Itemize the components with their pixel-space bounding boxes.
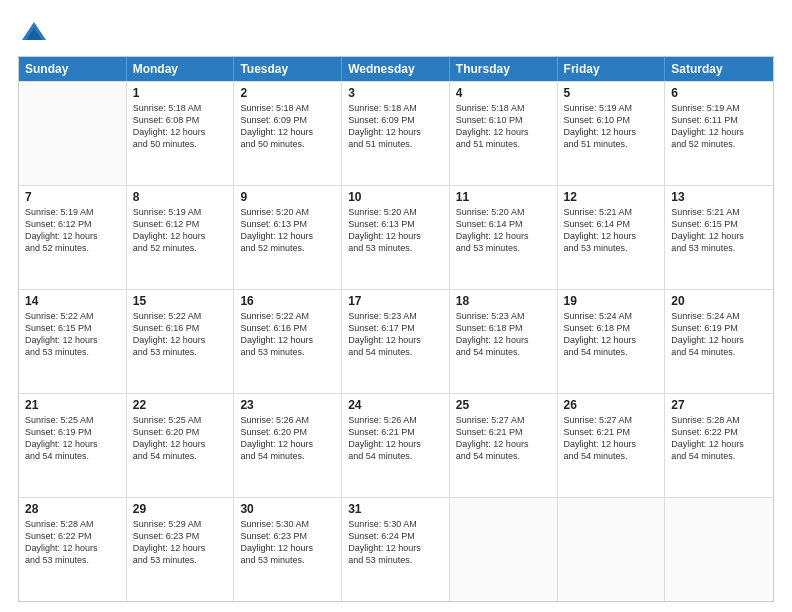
calendar-header-cell: Monday bbox=[127, 57, 235, 81]
cell-text: Sunrise: 5:24 AM Sunset: 6:19 PM Dayligh… bbox=[671, 311, 744, 357]
calendar-cell: 12Sunrise: 5:21 AM Sunset: 6:14 PM Dayli… bbox=[558, 186, 666, 289]
day-number: 20 bbox=[671, 294, 767, 308]
calendar-cell: 14Sunrise: 5:22 AM Sunset: 6:15 PM Dayli… bbox=[19, 290, 127, 393]
calendar-cell: 10Sunrise: 5:20 AM Sunset: 6:13 PM Dayli… bbox=[342, 186, 450, 289]
calendar-cell: 22Sunrise: 5:25 AM Sunset: 6:20 PM Dayli… bbox=[127, 394, 235, 497]
calendar-cell: 4Sunrise: 5:18 AM Sunset: 6:10 PM Daylig… bbox=[450, 82, 558, 185]
page: SundayMondayTuesdayWednesdayThursdayFrid… bbox=[0, 0, 792, 612]
calendar-cell: 2Sunrise: 5:18 AM Sunset: 6:09 PM Daylig… bbox=[234, 82, 342, 185]
day-number: 27 bbox=[671, 398, 767, 412]
cell-text: Sunrise: 5:29 AM Sunset: 6:23 PM Dayligh… bbox=[133, 519, 206, 565]
cell-text: Sunrise: 5:23 AM Sunset: 6:17 PM Dayligh… bbox=[348, 311, 421, 357]
day-number: 17 bbox=[348, 294, 443, 308]
day-number: 15 bbox=[133, 294, 228, 308]
calendar-cell: 17Sunrise: 5:23 AM Sunset: 6:17 PM Dayli… bbox=[342, 290, 450, 393]
cell-text: Sunrise: 5:28 AM Sunset: 6:22 PM Dayligh… bbox=[25, 519, 98, 565]
cell-text: Sunrise: 5:18 AM Sunset: 6:10 PM Dayligh… bbox=[456, 103, 529, 149]
calendar-cell: 8Sunrise: 5:19 AM Sunset: 6:12 PM Daylig… bbox=[127, 186, 235, 289]
cell-text: Sunrise: 5:22 AM Sunset: 6:15 PM Dayligh… bbox=[25, 311, 98, 357]
day-number: 4 bbox=[456, 86, 551, 100]
calendar-cell: 3Sunrise: 5:18 AM Sunset: 6:09 PM Daylig… bbox=[342, 82, 450, 185]
cell-text: Sunrise: 5:19 AM Sunset: 6:12 PM Dayligh… bbox=[133, 207, 206, 253]
day-number: 13 bbox=[671, 190, 767, 204]
cell-text: Sunrise: 5:25 AM Sunset: 6:19 PM Dayligh… bbox=[25, 415, 98, 461]
calendar-cell bbox=[19, 82, 127, 185]
header bbox=[18, 18, 774, 46]
day-number: 12 bbox=[564, 190, 659, 204]
calendar-row: 28Sunrise: 5:28 AM Sunset: 6:22 PM Dayli… bbox=[19, 497, 773, 601]
cell-text: Sunrise: 5:26 AM Sunset: 6:21 PM Dayligh… bbox=[348, 415, 421, 461]
calendar-cell: 29Sunrise: 5:29 AM Sunset: 6:23 PM Dayli… bbox=[127, 498, 235, 601]
calendar-header-cell: Tuesday bbox=[234, 57, 342, 81]
calendar-cell: 24Sunrise: 5:26 AM Sunset: 6:21 PM Dayli… bbox=[342, 394, 450, 497]
day-number: 22 bbox=[133, 398, 228, 412]
calendar-cell: 13Sunrise: 5:21 AM Sunset: 6:15 PM Dayli… bbox=[665, 186, 773, 289]
cell-text: Sunrise: 5:28 AM Sunset: 6:22 PM Dayligh… bbox=[671, 415, 744, 461]
day-number: 7 bbox=[25, 190, 120, 204]
day-number: 14 bbox=[25, 294, 120, 308]
day-number: 9 bbox=[240, 190, 335, 204]
day-number: 24 bbox=[348, 398, 443, 412]
day-number: 21 bbox=[25, 398, 120, 412]
day-number: 30 bbox=[240, 502, 335, 516]
calendar-header-cell: Saturday bbox=[665, 57, 773, 81]
logo bbox=[18, 18, 48, 46]
cell-text: Sunrise: 5:30 AM Sunset: 6:24 PM Dayligh… bbox=[348, 519, 421, 565]
calendar-header-cell: Thursday bbox=[450, 57, 558, 81]
day-number: 10 bbox=[348, 190, 443, 204]
cell-text: Sunrise: 5:27 AM Sunset: 6:21 PM Dayligh… bbox=[456, 415, 529, 461]
cell-text: Sunrise: 5:20 AM Sunset: 6:13 PM Dayligh… bbox=[348, 207, 421, 253]
day-number: 16 bbox=[240, 294, 335, 308]
day-number: 25 bbox=[456, 398, 551, 412]
cell-text: Sunrise: 5:20 AM Sunset: 6:13 PM Dayligh… bbox=[240, 207, 313, 253]
day-number: 31 bbox=[348, 502, 443, 516]
calendar-cell: 27Sunrise: 5:28 AM Sunset: 6:22 PM Dayli… bbox=[665, 394, 773, 497]
calendar-cell: 30Sunrise: 5:30 AM Sunset: 6:23 PM Dayli… bbox=[234, 498, 342, 601]
cell-text: Sunrise: 5:19 AM Sunset: 6:10 PM Dayligh… bbox=[564, 103, 637, 149]
calendar-header: SundayMondayTuesdayWednesdayThursdayFrid… bbox=[19, 57, 773, 81]
cell-text: Sunrise: 5:27 AM Sunset: 6:21 PM Dayligh… bbox=[564, 415, 637, 461]
calendar: SundayMondayTuesdayWednesdayThursdayFrid… bbox=[18, 56, 774, 602]
calendar-cell: 6Sunrise: 5:19 AM Sunset: 6:11 PM Daylig… bbox=[665, 82, 773, 185]
calendar-cell: 21Sunrise: 5:25 AM Sunset: 6:19 PM Dayli… bbox=[19, 394, 127, 497]
cell-text: Sunrise: 5:24 AM Sunset: 6:18 PM Dayligh… bbox=[564, 311, 637, 357]
day-number: 26 bbox=[564, 398, 659, 412]
cell-text: Sunrise: 5:19 AM Sunset: 6:12 PM Dayligh… bbox=[25, 207, 98, 253]
cell-text: Sunrise: 5:18 AM Sunset: 6:09 PM Dayligh… bbox=[240, 103, 313, 149]
calendar-cell: 20Sunrise: 5:24 AM Sunset: 6:19 PM Dayli… bbox=[665, 290, 773, 393]
calendar-header-cell: Wednesday bbox=[342, 57, 450, 81]
calendar-row: 21Sunrise: 5:25 AM Sunset: 6:19 PM Dayli… bbox=[19, 393, 773, 497]
calendar-cell bbox=[665, 498, 773, 601]
cell-text: Sunrise: 5:22 AM Sunset: 6:16 PM Dayligh… bbox=[240, 311, 313, 357]
calendar-header-cell: Sunday bbox=[19, 57, 127, 81]
day-number: 23 bbox=[240, 398, 335, 412]
calendar-cell: 19Sunrise: 5:24 AM Sunset: 6:18 PM Dayli… bbox=[558, 290, 666, 393]
calendar-cell: 11Sunrise: 5:20 AM Sunset: 6:14 PM Dayli… bbox=[450, 186, 558, 289]
calendar-cell: 26Sunrise: 5:27 AM Sunset: 6:21 PM Dayli… bbox=[558, 394, 666, 497]
day-number: 11 bbox=[456, 190, 551, 204]
cell-text: Sunrise: 5:30 AM Sunset: 6:23 PM Dayligh… bbox=[240, 519, 313, 565]
cell-text: Sunrise: 5:25 AM Sunset: 6:20 PM Dayligh… bbox=[133, 415, 206, 461]
day-number: 19 bbox=[564, 294, 659, 308]
calendar-cell: 9Sunrise: 5:20 AM Sunset: 6:13 PM Daylig… bbox=[234, 186, 342, 289]
day-number: 5 bbox=[564, 86, 659, 100]
calendar-cell bbox=[558, 498, 666, 601]
day-number: 29 bbox=[133, 502, 228, 516]
calendar-cell: 15Sunrise: 5:22 AM Sunset: 6:16 PM Dayli… bbox=[127, 290, 235, 393]
calendar-cell: 31Sunrise: 5:30 AM Sunset: 6:24 PM Dayli… bbox=[342, 498, 450, 601]
cell-text: Sunrise: 5:21 AM Sunset: 6:14 PM Dayligh… bbox=[564, 207, 637, 253]
calendar-cell: 23Sunrise: 5:26 AM Sunset: 6:20 PM Dayli… bbox=[234, 394, 342, 497]
calendar-cell: 28Sunrise: 5:28 AM Sunset: 6:22 PM Dayli… bbox=[19, 498, 127, 601]
day-number: 2 bbox=[240, 86, 335, 100]
logo-icon bbox=[20, 18, 48, 46]
calendar-header-cell: Friday bbox=[558, 57, 666, 81]
day-number: 3 bbox=[348, 86, 443, 100]
calendar-row: 1Sunrise: 5:18 AM Sunset: 6:08 PM Daylig… bbox=[19, 81, 773, 185]
cell-text: Sunrise: 5:18 AM Sunset: 6:09 PM Dayligh… bbox=[348, 103, 421, 149]
calendar-cell: 16Sunrise: 5:22 AM Sunset: 6:16 PM Dayli… bbox=[234, 290, 342, 393]
day-number: 1 bbox=[133, 86, 228, 100]
calendar-cell: 18Sunrise: 5:23 AM Sunset: 6:18 PM Dayli… bbox=[450, 290, 558, 393]
calendar-cell: 5Sunrise: 5:19 AM Sunset: 6:10 PM Daylig… bbox=[558, 82, 666, 185]
cell-text: Sunrise: 5:20 AM Sunset: 6:14 PM Dayligh… bbox=[456, 207, 529, 253]
day-number: 18 bbox=[456, 294, 551, 308]
